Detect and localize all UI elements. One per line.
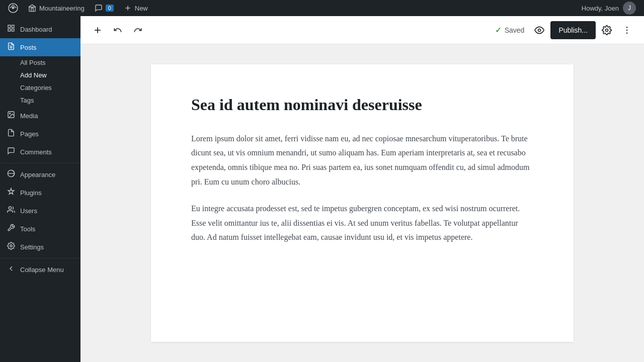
editor-content-area: Sea id autem nominavi deseruisse Lorem i…: [80, 44, 644, 362]
post-canvas[interactable]: Sea id autem nominavi deseruisse Lorem i…: [151, 64, 574, 342]
wp-logo[interactable]: [4, 0, 22, 16]
media-icon: [6, 111, 16, 121]
svg-point-21: [626, 29, 628, 31]
settings-sidebar-icon: [6, 242, 16, 252]
preview-button[interactable]: [530, 21, 548, 39]
post-title[interactable]: Sea id autem nominavi deseruisse: [191, 95, 533, 116]
svg-point-12: [10, 113, 11, 114]
sidebar-subitem-categories[interactable]: Categories: [0, 81, 80, 94]
save-status: ✓ Saved: [495, 25, 525, 35]
settings-panel-button[interactable]: [598, 21, 616, 39]
sidebar-item-media[interactable]: Media: [0, 107, 80, 125]
collapse-icon: [6, 264, 16, 275]
admin-bar: Mountaineering 0 New Howdy, Joen J: [0, 0, 644, 16]
undo-button[interactable]: [109, 21, 127, 39]
editor-toolbar: ✓ Saved Publish...: [80, 16, 644, 44]
sidebar-item-comments[interactable]: Comments: [0, 143, 80, 161]
sidebar-item-settings[interactable]: Settings: [0, 238, 80, 256]
svg-rect-8: [8, 29, 11, 31]
comments-count: 0: [106, 5, 114, 12]
post-paragraph-1[interactable]: Lorem ipsum dolor sit amet, ferri vidiss…: [191, 132, 533, 190]
sidebar-item-users[interactable]: Users: [0, 202, 80, 220]
post-paragraph-2[interactable]: Eu integre accusata prodesset est, sed t…: [191, 202, 533, 245]
sidebar-item-dashboard[interactable]: Dashboard: [0, 20, 80, 38]
dashboard-icon: [6, 24, 16, 34]
saved-check-icon: ✓: [495, 25, 502, 35]
comments-sidebar-icon: [6, 147, 16, 157]
sidebar-item-tools[interactable]: Tools: [0, 220, 80, 238]
sidebar-subitem-add-new[interactable]: Add New: [0, 69, 80, 81]
sidebar-item-plugins[interactable]: Plugins: [0, 184, 80, 202]
new-content-link[interactable]: New: [120, 0, 152, 16]
svg-rect-6: [12, 25, 14, 28]
tools-icon: [6, 224, 16, 234]
svg-rect-2: [29, 7, 35, 12]
svg-point-19: [606, 29, 608, 31]
publish-button[interactable]: Publish...: [550, 21, 596, 39]
svg-point-22: [626, 32, 628, 34]
comments-link[interactable]: 0: [91, 0, 118, 16]
sidebar-item-appearance[interactable]: Appearance: [0, 165, 80, 184]
svg-point-18: [538, 29, 541, 31]
plugins-icon: [6, 188, 16, 198]
sidebar-item-pages[interactable]: Pages: [0, 125, 80, 143]
more-options-button[interactable]: [618, 21, 636, 39]
posts-icon: [6, 42, 16, 52]
svg-rect-7: [12, 29, 14, 31]
editor-area: ✓ Saved Publish... Sea id autem nominavi…: [80, 16, 644, 362]
svg-point-15: [10, 245, 12, 247]
pages-icon: [6, 129, 16, 139]
site-name[interactable]: Mountaineering: [24, 0, 89, 16]
add-block-button[interactable]: [89, 21, 107, 39]
admin-sidebar: Dashboard Posts All Posts Add New Catego…: [0, 16, 80, 362]
svg-point-1: [12, 7, 14, 9]
appearance-icon: [6, 169, 16, 179]
sidebar-item-posts[interactable]: Posts: [0, 38, 80, 56]
user-avatar: J: [623, 2, 636, 15]
svg-rect-5: [8, 25, 11, 28]
users-icon: [6, 206, 16, 216]
svg-point-20: [626, 26, 628, 28]
redo-button[interactable]: [129, 21, 147, 39]
sidebar-subitem-tags[interactable]: Tags: [0, 94, 80, 107]
collapse-menu-button[interactable]: Collapse Menu: [0, 260, 80, 279]
svg-point-14: [9, 207, 11, 209]
user-menu[interactable]: Howdy, Joen J: [578, 2, 640, 15]
sidebar-subitem-all-posts[interactable]: All Posts: [0, 56, 80, 69]
